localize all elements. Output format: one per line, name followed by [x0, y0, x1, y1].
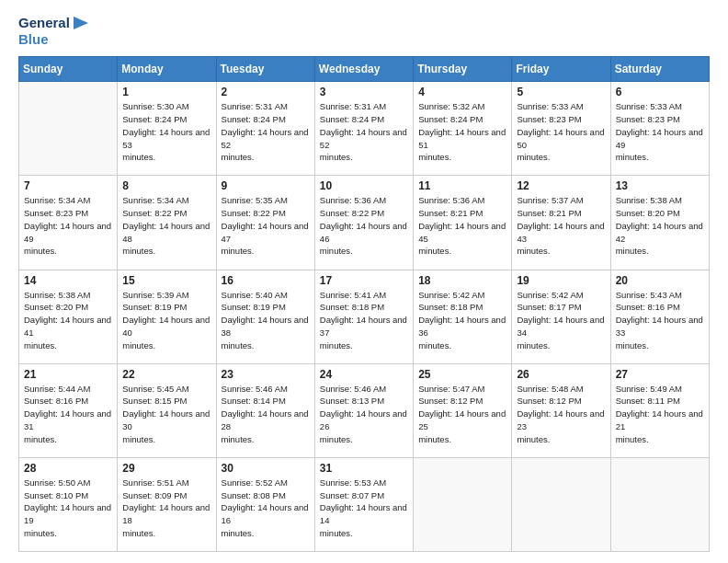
day-number: 20: [616, 274, 704, 287]
week-row-0: 1Sunrise: 5:30 AMSunset: 8:24 PMDaylight…: [19, 82, 710, 176]
col-header-saturday: Saturday: [610, 57, 709, 82]
calendar-cell: 7Sunrise: 5:34 AMSunset: 8:23 PMDaylight…: [19, 176, 118, 270]
day-number: 2: [222, 86, 310, 98]
logo-wordmark: General Blue: [18, 15, 90, 47]
day-number: 6: [616, 86, 704, 98]
svg-marker-0: [74, 17, 88, 29]
day-info: Sunrise: 5:46 AMSunset: 8:14 PMDaylight:…: [222, 383, 310, 446]
day-info: Sunrise: 5:35 AMSunset: 8:22 PMDaylight:…: [222, 194, 310, 258]
day-number: 25: [418, 368, 506, 381]
calendar-cell: 24Sunrise: 5:46 AMSunset: 8:13 PMDayligh…: [314, 363, 413, 457]
day-info: Sunrise: 5:38 AMSunset: 8:20 PMDaylight:…: [616, 194, 704, 258]
day-info: Sunrise: 5:34 AMSunset: 8:22 PMDaylight:…: [122, 194, 210, 258]
day-number: 10: [320, 179, 408, 192]
day-info: Sunrise: 5:51 AMSunset: 8:09 PMDaylight:…: [122, 477, 210, 540]
day-number: 7: [24, 179, 112, 192]
calendar-header-row: SundayMondayTuesdayWednesdayThursdayFrid…: [19, 57, 710, 82]
calendar-cell: 6Sunrise: 5:33 AMSunset: 8:23 PMDaylight…: [610, 82, 709, 176]
day-number: 19: [517, 274, 605, 287]
col-header-tuesday: Tuesday: [216, 57, 314, 82]
page: General Blue SundayMondayTuesdayWednesda…: [0, 0, 728, 563]
calendar-cell: 9Sunrise: 5:35 AMSunset: 8:22 PMDaylight…: [216, 176, 314, 270]
calendar-cell: 20Sunrise: 5:43 AMSunset: 8:16 PMDayligh…: [610, 270, 709, 363]
day-info: Sunrise: 5:46 AMSunset: 8:13 PMDaylight:…: [320, 383, 408, 446]
day-number: 14: [24, 274, 112, 287]
day-number: 4: [418, 86, 506, 98]
calendar-cell: 28Sunrise: 5:50 AMSunset: 8:10 PMDayligh…: [19, 457, 118, 551]
day-number: 1: [122, 86, 210, 98]
day-info: Sunrise: 5:34 AMSunset: 8:23 PMDaylight:…: [24, 194, 112, 258]
day-number: 17: [320, 274, 408, 287]
day-number: 13: [616, 179, 704, 192]
calendar-cell: [414, 457, 512, 551]
day-info: Sunrise: 5:45 AMSunset: 8:15 PMDaylight:…: [122, 383, 210, 446]
day-number: 3: [320, 86, 408, 98]
day-info: Sunrise: 5:49 AMSunset: 8:11 PMDaylight:…: [616, 383, 704, 446]
week-row-1: 7Sunrise: 5:34 AMSunset: 8:23 PMDaylight…: [19, 176, 710, 270]
day-info: Sunrise: 5:31 AMSunset: 8:24 PMDaylight:…: [320, 100, 408, 164]
col-header-thursday: Thursday: [414, 57, 512, 82]
day-number: 29: [122, 462, 210, 475]
calendar-cell: 3Sunrise: 5:31 AMSunset: 8:24 PMDaylight…: [314, 82, 413, 176]
calendar-cell: 13Sunrise: 5:38 AMSunset: 8:20 PMDayligh…: [610, 176, 709, 270]
day-info: Sunrise: 5:32 AMSunset: 8:24 PMDaylight:…: [418, 100, 506, 164]
day-info: Sunrise: 5:42 AMSunset: 8:18 PMDaylight:…: [418, 289, 506, 352]
calendar-cell: 22Sunrise: 5:45 AMSunset: 8:15 PMDayligh…: [118, 363, 216, 457]
logo-general: General: [18, 15, 70, 30]
day-number: 31: [320, 462, 408, 475]
col-header-monday: Monday: [118, 57, 216, 82]
day-info: Sunrise: 5:40 AMSunset: 8:19 PMDaylight:…: [222, 289, 310, 352]
day-info: Sunrise: 5:50 AMSunset: 8:10 PMDaylight:…: [24, 477, 112, 540]
week-row-2: 14Sunrise: 5:38 AMSunset: 8:20 PMDayligh…: [19, 270, 710, 363]
day-info: Sunrise: 5:36 AMSunset: 8:21 PMDaylight:…: [418, 194, 506, 258]
day-info: Sunrise: 5:41 AMSunset: 8:18 PMDaylight:…: [320, 289, 408, 352]
calendar-cell: 25Sunrise: 5:47 AMSunset: 8:12 PMDayligh…: [414, 363, 512, 457]
calendar-cell: 5Sunrise: 5:33 AMSunset: 8:23 PMDaylight…: [512, 82, 610, 176]
day-info: Sunrise: 5:33 AMSunset: 8:23 PMDaylight:…: [616, 100, 704, 164]
calendar-cell: 14Sunrise: 5:38 AMSunset: 8:20 PMDayligh…: [19, 270, 118, 363]
calendar-cell: 12Sunrise: 5:37 AMSunset: 8:21 PMDayligh…: [512, 176, 610, 270]
day-number: 9: [222, 179, 310, 192]
day-info: Sunrise: 5:52 AMSunset: 8:08 PMDaylight:…: [222, 477, 310, 540]
week-row-3: 21Sunrise: 5:44 AMSunset: 8:16 PMDayligh…: [19, 363, 710, 457]
calendar-cell: 23Sunrise: 5:46 AMSunset: 8:14 PMDayligh…: [216, 363, 314, 457]
day-info: Sunrise: 5:43 AMSunset: 8:16 PMDaylight:…: [616, 289, 704, 352]
calendar-cell: 18Sunrise: 5:42 AMSunset: 8:18 PMDayligh…: [414, 270, 512, 363]
day-info: Sunrise: 5:44 AMSunset: 8:16 PMDaylight:…: [24, 383, 112, 446]
calendar-cell: [512, 457, 610, 551]
calendar-cell: 1Sunrise: 5:30 AMSunset: 8:24 PMDaylight…: [118, 82, 216, 176]
day-info: Sunrise: 5:36 AMSunset: 8:22 PMDaylight:…: [320, 194, 408, 258]
calendar-cell: 19Sunrise: 5:42 AMSunset: 8:17 PMDayligh…: [512, 270, 610, 363]
calendar-cell: 11Sunrise: 5:36 AMSunset: 8:21 PMDayligh…: [414, 176, 512, 270]
day-info: Sunrise: 5:47 AMSunset: 8:12 PMDaylight:…: [418, 383, 506, 446]
day-number: 18: [418, 274, 506, 287]
day-number: 30: [222, 462, 310, 475]
day-info: Sunrise: 5:48 AMSunset: 8:12 PMDaylight:…: [517, 383, 605, 446]
calendar-cell: 10Sunrise: 5:36 AMSunset: 8:22 PMDayligh…: [314, 176, 413, 270]
day-number: 21: [24, 368, 112, 381]
day-number: 27: [616, 368, 704, 381]
calendar-cell: 4Sunrise: 5:32 AMSunset: 8:24 PMDaylight…: [414, 82, 512, 176]
logo-chevron-icon: [72, 15, 90, 31]
logo: General Blue: [18, 15, 90, 47]
day-info: Sunrise: 5:37 AMSunset: 8:21 PMDaylight:…: [517, 194, 605, 258]
logo-blue: Blue: [18, 31, 90, 47]
week-row-4: 28Sunrise: 5:50 AMSunset: 8:10 PMDayligh…: [19, 457, 710, 551]
calendar-cell: 21Sunrise: 5:44 AMSunset: 8:16 PMDayligh…: [19, 363, 118, 457]
day-number: 16: [222, 274, 310, 287]
day-info: Sunrise: 5:30 AMSunset: 8:24 PMDaylight:…: [122, 100, 210, 164]
calendar-cell: [610, 457, 709, 551]
day-info: Sunrise: 5:33 AMSunset: 8:23 PMDaylight:…: [517, 100, 605, 164]
day-number: 11: [418, 179, 506, 192]
col-header-sunday: Sunday: [19, 57, 118, 82]
calendar-cell: 26Sunrise: 5:48 AMSunset: 8:12 PMDayligh…: [512, 363, 610, 457]
calendar-cell: 8Sunrise: 5:34 AMSunset: 8:22 PMDaylight…: [118, 176, 216, 270]
day-info: Sunrise: 5:42 AMSunset: 8:17 PMDaylight:…: [517, 289, 605, 352]
col-header-friday: Friday: [512, 57, 610, 82]
day-number: 26: [517, 368, 605, 381]
day-number: 22: [122, 368, 210, 381]
calendar-cell: 31Sunrise: 5:53 AMSunset: 8:07 PMDayligh…: [314, 457, 413, 551]
calendar-cell: [19, 82, 118, 176]
calendar-cell: 29Sunrise: 5:51 AMSunset: 8:09 PMDayligh…: [118, 457, 216, 551]
day-number: 28: [24, 462, 112, 475]
